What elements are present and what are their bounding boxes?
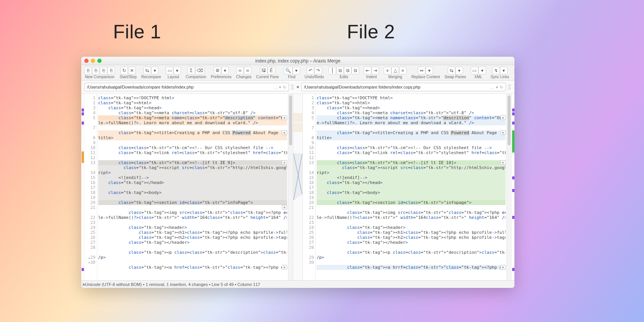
toolbar-button[interactable]: ▾ [426, 67, 433, 74]
toolbar-button[interactable]: ▭ [471, 67, 478, 74]
toolbar-button[interactable]: ▾ [500, 67, 508, 74]
left-scrollbar[interactable] [288, 94, 293, 280]
toolbar-button[interactable]: ⧉ [344, 67, 352, 74]
toolbar-group-label: Preferences [211, 75, 232, 79]
right-scrollbar[interactable] [506, 94, 511, 280]
toolbar-button[interactable]: ⇥ [371, 67, 379, 74]
toolbar-button[interactable]: ≍ [236, 67, 244, 74]
toolbar-group-label: Comparison [186, 75, 206, 79]
toolbar-group-swap-panes: ⇆▾Swap Panes [444, 66, 467, 80]
left-gutter: 1234578910111213141516171819202122232425… [84, 94, 97, 280]
toolbar-group-label: XML [475, 75, 483, 79]
link-indicator [297, 86, 299, 88]
toolbar: ⎘⎘⎘⎘New Comparison↻✕Start/Stop⇆▾Recompar… [81, 65, 514, 80]
toolbar-group-xml: ▭▾XML [470, 66, 487, 80]
toolbar-button[interactable]: △ [391, 67, 399, 74]
status-bar: ▶ Unicode (UTF-8 without BOM) • 1 remova… [81, 280, 514, 288]
toolbar-group-replace-content: ⇔▾Replace Content [411, 66, 441, 80]
toolbar-group-label: Start/Stop [120, 75, 136, 79]
toolbar-group-label: Current Pane [256, 75, 279, 79]
toolbar-group-indent: ⇤⇥Indent [363, 66, 380, 80]
toolbar-button[interactable]: ▭ [166, 67, 173, 74]
toolbar-button[interactable]: É [268, 67, 275, 74]
toolbar-overflow[interactable]: » [513, 66, 514, 77]
toolbar-group-preferences: ⚙▾Preferences [210, 66, 232, 80]
toolbar-group-label: Recompare [141, 75, 161, 79]
toolbar-button[interactable]: ≍ [244, 67, 251, 74]
toolbar-button[interactable]: ↻ [120, 67, 128, 74]
toolbar-group-label: Replace Content [411, 75, 440, 79]
toolbar-button[interactable]: 🔍 [284, 67, 292, 74]
toolbar-group-current-pane: 🖫ÉCurrent Pane [255, 66, 279, 80]
toolbar-button[interactable]: ↶ [307, 67, 314, 74]
toolbar-group-label: Layout [168, 75, 179, 79]
toolbar-button[interactable]: ⎘ [107, 67, 115, 74]
play-icon[interactable]: ▶ [83, 282, 86, 286]
toolbar-group-label: Find [288, 75, 295, 79]
toolbar-button[interactable]: ▾ [221, 67, 229, 74]
left-path-box: /Users/rahulsaigal/Downloads/compare fol… [84, 83, 294, 91]
toolbar-group-recompare: ⇆▾Recompare [140, 66, 162, 80]
toolbar-button[interactable]: ▾ [151, 67, 159, 74]
file1-label: File 1 [113, 21, 161, 43]
left-pane: 1234578910111213141516171819202122232425… [84, 94, 288, 280]
right-code[interactable]: class="tk-tag"><!DOCTYPE html>class="tk-… [316, 94, 506, 280]
left-code[interactable]: class="tk-tag"><!DOCTYPE html>class="tk-… [97, 94, 288, 280]
toolbar-button[interactable]: ⚙ [214, 67, 221, 74]
window-title: index.php, index copy.php – Araxis Merge [81, 58, 514, 64]
toolbar-group-find: 🔍▾Find [283, 66, 301, 80]
toolbar-button[interactable]: ⋄ [384, 67, 391, 74]
toolbar-button[interactable]: ↯ [492, 67, 500, 74]
toolbar-button[interactable]: ⇆ [143, 67, 151, 74]
left-dotstack[interactable] [291, 84, 294, 90]
status-text: Unicode (UTF-8 without BOM) • 1 removal,… [85, 282, 260, 287]
toolbar-button[interactable]: ⎮ [329, 67, 336, 74]
toolbar-button[interactable]: ⧉ [336, 67, 344, 74]
toolbar-group-label: New Comparison [85, 75, 115, 79]
right-path-controls[interactable]: ... ▾ ↻ [490, 85, 503, 89]
left-path-text: /Users/rahulsaigal/Downloads/compare fol… [87, 85, 194, 89]
toolbar-group-new-comparison: ⎘⎘⎘⎘New Comparison [84, 66, 116, 80]
toolbar-button[interactable]: ✕ [128, 67, 136, 74]
toolbar-button[interactable]: ⎘ [92, 67, 100, 74]
toolbar-button[interactable]: ⎘ [84, 67, 92, 74]
right-gutter: 1234578910111213141516171819202122232425… [303, 94, 316, 280]
right-path-text: /Users/rahulsaigal/Downloads/compare fol… [304, 85, 421, 89]
file2-label: File 2 [347, 21, 395, 43]
toolbar-group-label: Edits [340, 75, 348, 79]
right-path-input[interactable]: /Users/rahulsaigal/Downloads/compare fol… [301, 83, 506, 91]
center-link-strip [293, 94, 303, 280]
titlebar[interactable]: index.php, index copy.php – Araxis Merge [81, 57, 514, 65]
toolbar-button[interactable]: ⇤ [364, 67, 371, 74]
toolbar-button[interactable]: Σ [187, 67, 195, 74]
left-marker-strip[interactable] [81, 94, 84, 280]
right-marker-strip[interactable] [511, 94, 514, 280]
toolbar-button[interactable]: ▾ [478, 67, 486, 74]
toolbar-group-label: Undo/Redo [305, 75, 324, 79]
toolbar-button[interactable]: 🖫 [260, 67, 268, 74]
toolbar-group-label: Indent [366, 75, 377, 79]
diff-panes: 1234578910111213141516171819202122232425… [81, 94, 514, 280]
toolbar-button[interactable]: ⧉ [352, 67, 359, 74]
toolbar-button[interactable]: ▾ [173, 67, 181, 74]
toolbar-group-comparison: Σ⌫Comparison [185, 66, 207, 80]
toolbar-group-edits: ⎮⧉⧉⧉Edits [328, 66, 360, 80]
toolbar-button[interactable]: ⌫ [195, 67, 205, 74]
toolbar-button[interactable]: ⎘ [100, 67, 107, 74]
toolbar-group-sync-links: ↯▾Sync Links [490, 66, 510, 80]
left-path-input[interactable]: /Users/rahulsaigal/Downloads/compare fol… [84, 83, 289, 91]
toolbar-group-undo-redo: ↶↷Undo/Redo [304, 66, 325, 80]
toolbar-group-start-stop: ↻✕Start/Stop [119, 66, 137, 80]
toolbar-button[interactable]: ▾ [455, 67, 463, 74]
toolbar-button[interactable]: ⇆ [448, 67, 455, 74]
toolbar-button[interactable]: ↷ [314, 67, 322, 74]
toolbar-button[interactable]: ⋄ [399, 67, 407, 74]
toolbar-group-layout: ▭▾Layout [165, 66, 182, 80]
toolbar-button[interactable]: ⇔ [418, 67, 426, 74]
toolbar-group-label: Sync Links [491, 75, 509, 79]
left-path-controls[interactable]: ... ▾ ↻ [273, 85, 286, 89]
toolbar-group-label: Changes [236, 75, 251, 79]
right-dotstack[interactable] [508, 84, 511, 90]
toolbar-button[interactable]: ▾ [292, 67, 300, 74]
toolbar-group-merging: ⋄△⋄Merging [383, 66, 407, 80]
